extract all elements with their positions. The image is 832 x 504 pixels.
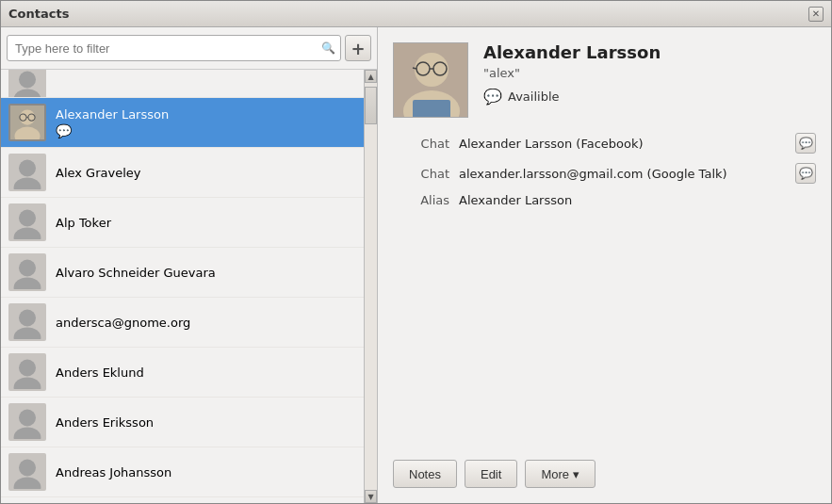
avatar [8,154,46,191]
contact-name: Anders Eklund [56,366,356,380]
contact-item-anders-eklund[interactable]: Anders Eklund [1,348,364,398]
avatar [8,303,46,341]
chat2-label: Chat [393,167,449,181]
more-arrow-icon: ▾ [573,467,579,481]
svg-line-28 [413,68,416,69]
contact-name: Anders Eriksson [56,415,356,430]
contact-item-alp-toker[interactable]: Alp Toker [1,198,364,248]
contact-status: 💬 Availible [483,88,816,106]
details-section: Chat Alexander Larsson (Facebook) 💬 Chat… [393,133,816,445]
contact-name: Alexander Larsson [56,107,356,122]
chat1-row: Chat Alexander Larsson (Facebook) 💬 [393,133,816,154]
contact-item-alex-graveley[interactable]: Alex Graveley [1,148,364,198]
svg-point-14 [19,310,36,327]
contact-name: Alex Graveley [56,166,356,180]
svg-point-11 [14,227,41,239]
chat1-label: Chat [393,137,449,151]
svg-point-18 [19,410,36,427]
svg-point-20 [19,460,36,477]
right-panel: Alexander Larsson "alex" 💬 Availible Cha… [378,27,831,503]
alias-value: Alexander Larsson [459,193,816,207]
svg-point-9 [14,177,41,189]
contact-item-anders-eriksson[interactable]: Anders Eriksson [1,398,364,447]
scroll-thumb-area [365,83,377,490]
more-button[interactable]: More ▾ [525,460,595,488]
add-contact-button[interactable]: + [345,35,371,61]
avatar [8,70,46,98]
chat2-button[interactable]: 💬 [795,163,816,184]
avatar [8,403,46,441]
search-bar: 🔍 + [1,27,377,70]
search-input[interactable] [7,35,341,61]
footer-buttons: Notes Edit More ▾ [393,445,816,488]
left-panel: 🔍 + [1,27,378,503]
contact-info: Alexander Larsson 💬 [56,107,356,138]
svg-point-23 [415,53,449,87]
chat1-button[interactable]: 💬 [795,133,816,154]
contact-item-partial[interactable] [1,70,364,98]
search-icon: 🔍 [321,41,335,55]
search-wrapper: 🔍 [7,35,341,61]
svg-rect-29 [413,100,450,118]
alias-row: Alias Alexander Larsson [393,193,816,207]
status-icon: 💬 [483,88,502,106]
svg-point-17 [14,377,41,389]
status-text: Availible [508,89,560,104]
contacts-list: Alexander Larsson 💬 Alex Graveley [1,70,364,503]
contact-item-alexander-larsson[interactable]: Alexander Larsson 💬 [1,98,364,148]
avatar [8,253,46,291]
scroll-up-button[interactable]: ▲ [365,70,377,83]
contacts-scroll-container: Alexander Larsson 💬 Alex Graveley [1,70,377,503]
svg-point-8 [19,160,36,177]
svg-point-10 [19,210,36,227]
contact-name: Alp Toker [56,216,356,230]
notes-button[interactable]: Notes [393,460,457,488]
avatar [8,353,46,391]
contact-photo [393,42,468,118]
svg-point-16 [19,360,36,377]
svg-point-15 [14,327,41,339]
contact-item-andersca[interactable]: andersca@gnome.org [1,298,364,348]
svg-point-1 [14,89,41,98]
avatar [8,203,46,241]
window-title: Contacts [8,7,69,21]
contact-full-name: Alexander Larsson [483,42,816,62]
contacts-window: Contacts ✕ 🔍 + [0,0,832,504]
alias-label: Alias [393,193,449,207]
close-button[interactable]: ✕ [808,7,824,22]
contact-info-section: Alexander Larsson "alex" 💬 Availible [483,42,816,106]
chat2-row: Chat alexander.larsson@gmail.com (Google… [393,163,816,184]
scroll-down-button[interactable]: ▼ [365,490,377,503]
edit-button[interactable]: Edit [465,460,517,488]
contact-name: andersca@gnome.org [56,316,356,330]
scrollbar: ▲ ▼ [364,70,377,503]
titlebar: Contacts ✕ [1,1,831,27]
contact-item-andreas-johansson[interactable]: Andreas Johansson [1,447,364,497]
contact-item-alvaro-schneider[interactable]: Alvaro Schneider Guevara [1,248,364,298]
contact-header: Alexander Larsson "alex" 💬 Availible [393,42,816,118]
chat2-value: alexander.larsson@gmail.com (Google Talk… [459,167,795,181]
main-content: 🔍 + [1,27,831,503]
contact-nickname: "alex" [483,66,816,80]
avatar [8,104,46,141]
svg-point-12 [19,260,36,277]
contact-name: Alvaro Schneider Guevara [56,266,356,280]
svg-point-0 [19,71,36,88]
chat-indicator: 💬 [56,123,356,138]
svg-point-21 [14,477,41,489]
contact-name: Andreas Johansson [56,465,356,480]
scroll-thumb[interactable] [365,87,377,124]
svg-point-13 [14,277,41,289]
chat1-value: Alexander Larsson (Facebook) [459,137,795,151]
svg-point-19 [14,427,41,439]
avatar [8,453,46,491]
